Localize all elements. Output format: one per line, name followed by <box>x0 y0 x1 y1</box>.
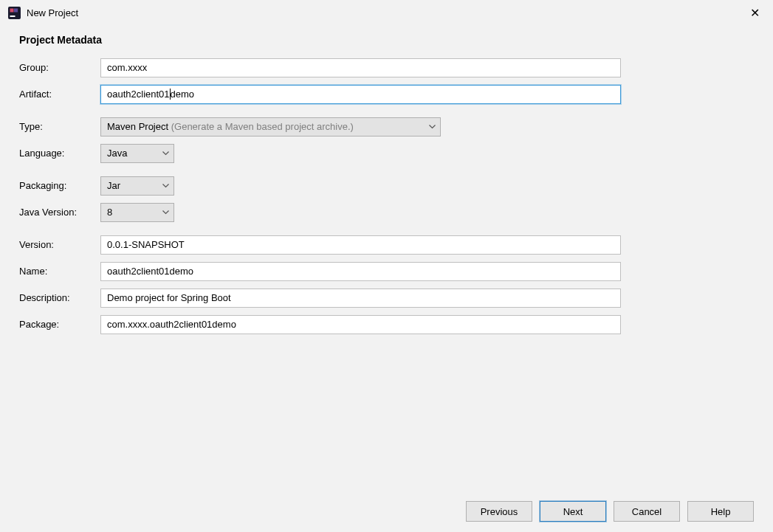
language-dropdown[interactable]: Java <box>100 144 174 163</box>
svg-rect-3 <box>10 15 15 17</box>
close-button[interactable]: ✕ <box>744 3 766 23</box>
titlebar: New Project ✕ <box>0 0 773 25</box>
cancel-button[interactable]: Cancel <box>614 501 680 522</box>
artifact-input[interactable]: oauth2client01demo <box>100 85 621 104</box>
package-input[interactable] <box>100 315 621 334</box>
artifact-value-part1: oauth2client01 <box>107 89 170 100</box>
group-input[interactable] <box>100 58 621 77</box>
packaging-label: Packaging: <box>19 180 100 191</box>
type-value: Maven Project <box>107 121 168 132</box>
java-version-dropdown[interactable]: 8 <box>100 203 174 222</box>
chevron-down-icon <box>162 210 169 215</box>
description-input[interactable] <box>100 289 621 308</box>
type-hint: (Generate a Maven based project archive.… <box>168 121 354 132</box>
next-button[interactable]: Next <box>540 501 606 522</box>
artifact-label: Artifact: <box>19 89 100 100</box>
group-label: Group: <box>19 62 100 73</box>
version-input[interactable] <box>100 235 621 255</box>
window-title: New Project <box>27 7 744 18</box>
artifact-value-part2: demo <box>171 89 195 100</box>
language-label: Language: <box>19 148 100 159</box>
svg-rect-2 <box>14 8 18 12</box>
type-dropdown[interactable]: Maven Project (Generate a Maven based pr… <box>100 117 441 137</box>
chevron-down-icon <box>162 151 169 156</box>
type-dropdown-text: Maven Project (Generate a Maven based pr… <box>107 121 424 132</box>
package-label: Package: <box>19 319 100 330</box>
content-area: Project Metadata Group: Artifact: oauth2… <box>0 25 773 334</box>
name-input[interactable] <box>100 262 621 281</box>
svg-rect-1 <box>10 8 13 12</box>
packaging-value: Jar <box>107 180 157 191</box>
packaging-dropdown[interactable]: Jar <box>100 176 174 196</box>
button-bar: Previous Next Cancel Help <box>466 501 754 522</box>
section-title: Project Metadata <box>19 34 754 46</box>
description-label: Description: <box>19 292 100 303</box>
java-version-label: Java Version: <box>19 207 100 218</box>
help-button[interactable]: Help <box>687 501 754 522</box>
java-version-value: 8 <box>107 207 157 218</box>
language-value: Java <box>107 148 157 159</box>
type-label: Type: <box>19 121 100 132</box>
chevron-down-icon <box>428 125 436 129</box>
previous-button[interactable]: Previous <box>466 501 532 522</box>
app-icon <box>7 6 21 19</box>
chevron-down-icon <box>162 184 169 188</box>
name-label: Name: <box>19 266 100 277</box>
version-label: Version: <box>19 239 100 250</box>
